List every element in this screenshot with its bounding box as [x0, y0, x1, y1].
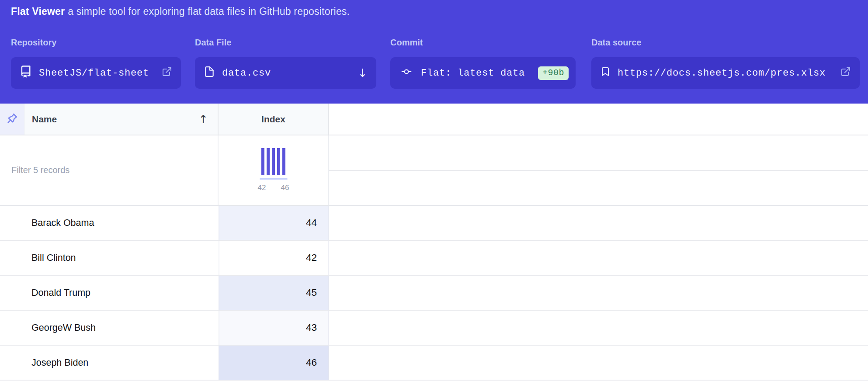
- repo-icon: [20, 66, 32, 81]
- column-header-name[interactable]: Name ↑: [24, 104, 219, 135]
- app-title-brand: Flat Viewer: [11, 6, 65, 17]
- pushpin-icon: [6, 112, 19, 126]
- row-name-cell: Joseph Biden: [0, 346, 219, 380]
- repository-value: SheetJS/flat-sheet: [39, 68, 149, 79]
- topbar: Flat Viewera simple tool for exploring f…: [0, 0, 868, 104]
- arrow-down-icon: ↓: [358, 66, 368, 80]
- file-icon: [204, 66, 215, 80]
- data-file-value: data.csv: [222, 68, 271, 79]
- table-row: Bill Clinton 42: [0, 241, 868, 276]
- external-link-icon[interactable]: [840, 66, 851, 80]
- row-name-cell: GeorgeW Bush: [0, 311, 219, 345]
- data-source-label: Data source: [591, 38, 642, 48]
- row-name-cell: Barack Obama: [0, 206, 219, 240]
- histogram-baseline: [260, 178, 288, 180]
- table-body: Barack Obama 44 Bill Clinton 42 Donald T…: [0, 206, 868, 381]
- table-header-row: Name ↑ Index: [0, 104, 868, 135]
- histogram-bar: [282, 148, 285, 175]
- row-index-cell: 45: [219, 276, 329, 310]
- row-index-cell: 42: [219, 241, 329, 275]
- commit-button[interactable]: Flat: latest data +90b: [390, 57, 576, 89]
- repository-label: Repository: [11, 38, 56, 48]
- index-histogram[interactable]: 42 46: [219, 135, 329, 205]
- app-title-tagline: a simple tool for exploring flat data fi…: [68, 6, 350, 17]
- bookmark-icon: [600, 66, 611, 80]
- histogram-bar: [261, 148, 264, 175]
- row-index-cell: 44: [219, 206, 329, 240]
- sticky-column-toggle[interactable]: [0, 104, 24, 135]
- data-source-link[interactable]: https://docs.sheetjs.com/pres.xlsx: [591, 57, 860, 89]
- table-row: Joseph Biden 46: [0, 346, 868, 381]
- histogram-bar: [267, 148, 270, 175]
- commit-label: Commit: [390, 38, 423, 48]
- filter-input[interactable]: [0, 135, 219, 205]
- table-row: Donald Trump 45: [0, 276, 868, 311]
- histogram-bars: [261, 148, 285, 175]
- column-header-index[interactable]: Index: [219, 104, 329, 135]
- histogram-min-label: 42: [258, 184, 266, 192]
- data-file-select[interactable]: data.csv ↓: [195, 57, 376, 89]
- git-commit-icon: [399, 66, 414, 80]
- row-index-cell: 43: [219, 311, 329, 345]
- app-title: Flat Viewera simple tool for exploring f…: [11, 6, 350, 17]
- repository-button[interactable]: SheetJS/flat-sheet: [11, 57, 181, 89]
- column-name-label: Name: [32, 114, 57, 125]
- histogram-bar: [277, 148, 280, 175]
- row-name-cell: Bill Clinton: [0, 241, 219, 275]
- filter-row: 42 46: [0, 135, 868, 206]
- sort-ascending-icon: ↑: [198, 114, 208, 125]
- commit-message: Flat: latest data: [421, 68, 525, 79]
- row-index-cell: 46: [219, 346, 329, 380]
- histogram-max-label: 46: [281, 184, 289, 192]
- row-name-cell: Donald Trump: [0, 276, 219, 310]
- data-file-label: Data File: [195, 38, 231, 48]
- external-link-icon[interactable]: [162, 66, 172, 80]
- table-row: Barack Obama 44: [0, 206, 868, 241]
- grid-row-divider: [329, 170, 868, 171]
- diff-size-badge: +90b: [538, 66, 569, 80]
- histogram-axis-labels: 42 46: [258, 184, 289, 192]
- histogram-bar: [272, 148, 275, 175]
- table-row: GeorgeW Bush 43: [0, 311, 868, 346]
- data-source-url: https://docs.sheetjs.com/pres.xlsx: [618, 68, 826, 79]
- column-index-label: Index: [261, 114, 285, 125]
